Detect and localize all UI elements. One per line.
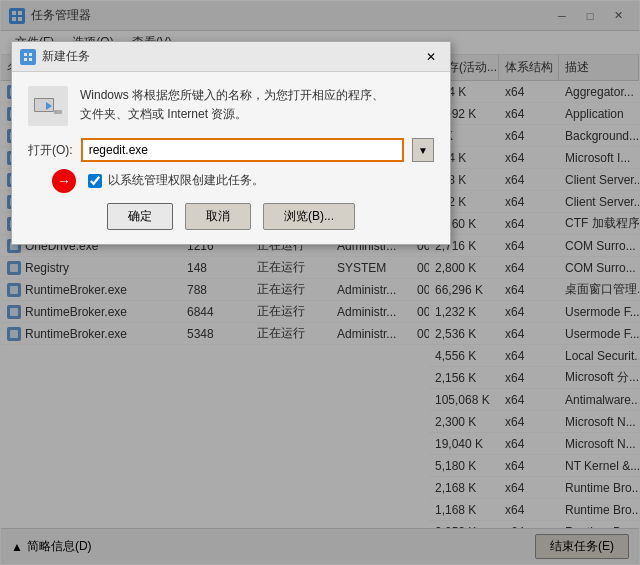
dialog-description: Windows 将根据您所键入的名称，为您打开相应的程序、文件夹、文档或 Int… bbox=[80, 86, 384, 126]
new-task-dialog: 新建任务 ✕ Windows 将根据您所键 bbox=[11, 41, 451, 245]
checkbox-label: 以系统管理权限创建此任务。 bbox=[108, 172, 264, 189]
dialog-cancel-button[interactable]: 取消 bbox=[185, 203, 251, 230]
svg-rect-19 bbox=[29, 58, 32, 61]
dialog-input-row: 打开(O): ▼ bbox=[28, 138, 434, 162]
dialog-icon-row: Windows 将根据您所键入的名称，为您打开相应的程序、文件夹、文档或 Int… bbox=[28, 86, 434, 126]
arrow-annotation: → bbox=[52, 169, 76, 193]
arrow-circle: → bbox=[52, 169, 76, 193]
dialog-buttons: 确定 取消 浏览(B)... bbox=[28, 203, 434, 230]
dialog-overlay: 新建任务 ✕ Windows 将根据您所键 bbox=[1, 1, 639, 564]
dialog-ok-button[interactable]: 确定 bbox=[107, 203, 173, 230]
dialog-title-text: 新建任务 bbox=[42, 48, 90, 65]
dialog-checkbox-row: → 以系统管理权限创建此任务。 bbox=[88, 172, 434, 189]
dialog-title-bar: 新建任务 ✕ bbox=[12, 42, 450, 72]
dialog-title-icon bbox=[20, 49, 36, 65]
arrow-icon: → bbox=[57, 173, 71, 189]
svg-rect-16 bbox=[24, 53, 27, 56]
dialog-run-icon bbox=[28, 86, 68, 126]
taskmanager-window: 任务管理器 ─ □ ✕ 文件(F) 选项(O) 查看(V) 名称 PID 状态 … bbox=[0, 0, 640, 565]
admin-checkbox[interactable] bbox=[88, 174, 102, 188]
dialog-body: Windows 将根据您所键入的名称，为您打开相应的程序、文件夹、文档或 Int… bbox=[12, 72, 450, 244]
svg-rect-23 bbox=[54, 110, 62, 114]
dialog-open-label: 打开(O): bbox=[28, 142, 73, 159]
dialog-dropdown-button[interactable]: ▼ bbox=[412, 138, 434, 162]
dialog-browse-button[interactable]: 浏览(B)... bbox=[263, 203, 355, 230]
svg-rect-18 bbox=[24, 58, 27, 61]
dialog-title-left: 新建任务 bbox=[20, 48, 90, 65]
dialog-close-button[interactable]: ✕ bbox=[420, 47, 442, 67]
svg-rect-17 bbox=[29, 53, 32, 56]
dialog-command-input[interactable] bbox=[81, 138, 404, 162]
